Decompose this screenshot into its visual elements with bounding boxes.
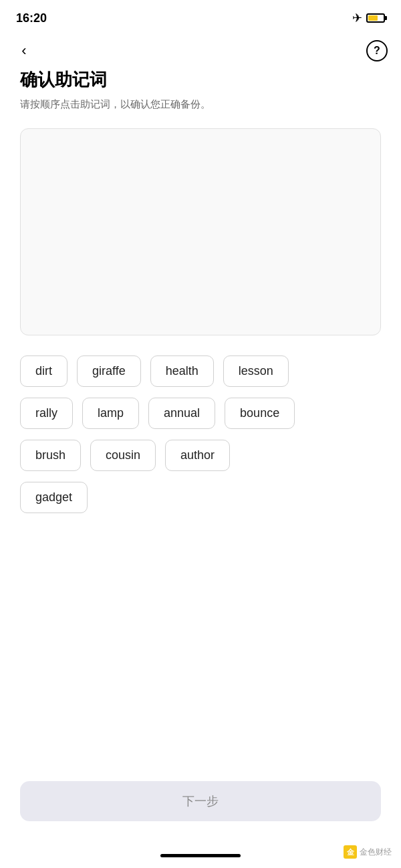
word-giraffe[interactable]: giraffe [77, 355, 141, 387]
watermark-logo-text: 金 [347, 847, 354, 857]
status-bar: 16:20 ✈ [0, 0, 401, 33]
row3: brushcousinauthor [20, 440, 381, 471]
next-btn-container: 下一步 [20, 781, 381, 821]
help-icon: ? [374, 45, 380, 57]
row2: rallylampannualbounce [20, 398, 381, 429]
page-subtitle: 请按顺序点击助记词，以确认您正确备份。 [20, 97, 381, 112]
word-gadget[interactable]: gadget [20, 482, 88, 513]
airplane-icon: ✈ [352, 11, 362, 25]
page-title: 确认助记词 [20, 68, 381, 92]
status-icons: ✈ [352, 11, 385, 25]
watermark: 金 金色财经 [344, 845, 392, 859]
watermark-logo: 金 [344, 845, 357, 859]
battery-icon [366, 13, 385, 23]
word-author[interactable]: author [165, 440, 230, 471]
help-button[interactable]: ? [366, 40, 388, 61]
next-button[interactable]: 下一步 [20, 781, 381, 821]
word-rally[interactable]: rally [20, 398, 73, 429]
word-display-area [20, 128, 381, 335]
word-bounce[interactable]: bounce [225, 398, 295, 429]
word-dirt[interactable]: dirt [20, 355, 68, 387]
back-chevron-icon: ‹ [21, 42, 26, 59]
row4: gadget [20, 482, 381, 513]
word-brush[interactable]: brush [20, 440, 81, 471]
words-grid: dirtgiraffehealthlessonrallylampannualbo… [20, 355, 381, 513]
word-health[interactable]: health [150, 355, 214, 387]
home-indicator [160, 854, 241, 857]
word-lamp[interactable]: lamp [82, 398, 139, 429]
row1: dirtgiraffehealthlesson [20, 355, 381, 387]
word-annual[interactable]: annual [148, 398, 215, 429]
watermark-text: 金色财经 [360, 847, 392, 858]
word-cousin[interactable]: cousin [90, 440, 156, 471]
status-time: 16:20 [16, 11, 47, 25]
battery-fill [368, 15, 378, 21]
word-lesson[interactable]: lesson [223, 355, 289, 387]
nav-bar: ‹ ? [0, 33, 401, 68]
back-button[interactable]: ‹ [13, 40, 35, 61]
page-content: 确认助记词 请按顺序点击助记词，以确认您正确备份。 dirtgiraffehea… [0, 68, 401, 513]
